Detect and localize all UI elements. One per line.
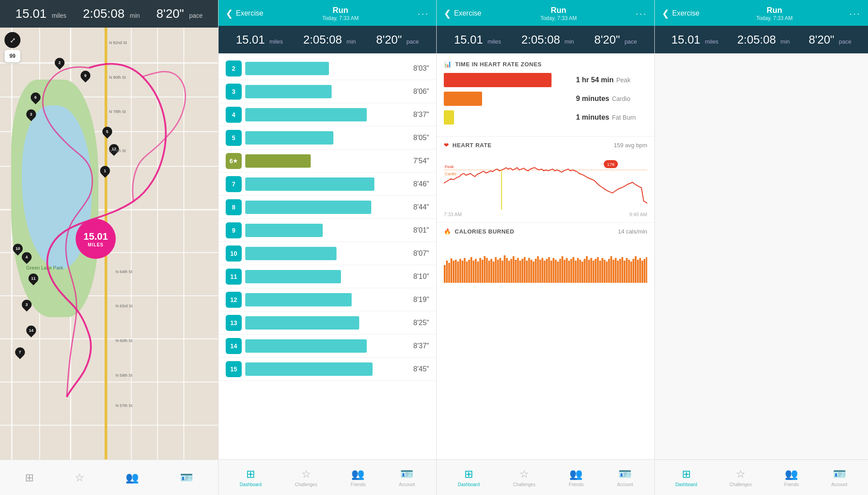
street-label-78th: N 78th St xyxy=(109,109,126,114)
hr-panel: ❮ Exercise Run Today, 7:33 AM ··· 15.01 … xyxy=(436,0,654,495)
hr-chart-section: ❤ HEART RATE 159 avg bpm Peak Cardio 178 xyxy=(437,137,654,223)
map-area[interactable]: Green Lake Park 9 2 6 3 5 12 1 10 4 11 3… xyxy=(0,28,218,459)
account-header-back[interactable]: ❮ Exercise xyxy=(662,8,699,19)
lap-number-8: 8 xyxy=(226,199,242,215)
nav-challenges-laps[interactable]: ☆ Challenges xyxy=(295,468,317,487)
svg-rect-6 xyxy=(444,265,446,283)
svg-rect-26 xyxy=(488,261,490,283)
svg-rect-8 xyxy=(448,263,450,283)
hr-time-stat: 2:05:08 min xyxy=(521,33,574,47)
nav-dashboard-map[interactable]: ⊞ xyxy=(25,471,34,484)
svg-rect-88 xyxy=(626,258,628,283)
hr-zones-title: 📊 TIME IN HEART RATE ZONES xyxy=(444,60,647,68)
svg-rect-34 xyxy=(506,258,508,283)
nav-challenges-hr[interactable]: ☆ Challenges xyxy=(513,468,535,487)
nav-friends-hr[interactable]: 👥 Friends xyxy=(569,468,584,487)
svg-rect-56 xyxy=(555,260,556,283)
expand-map-button[interactable]: ⤢ xyxy=(4,32,20,48)
svg-rect-14 xyxy=(462,261,463,283)
cal-section-header: 🔥 CALORIES BURNED 14 cals/min xyxy=(444,228,647,235)
lap-bar-wrap-6 xyxy=(245,154,397,168)
friends-icon-acct: 👥 xyxy=(785,468,798,480)
hr-avg-value: 159 avg bpm xyxy=(614,142,647,149)
svg-rect-44 xyxy=(528,258,530,283)
lap-bar-13 xyxy=(245,316,359,330)
nav-friends-laps[interactable]: 👥 Friends xyxy=(351,468,365,487)
nav-challenges-acct[interactable]: ☆ Challenges xyxy=(730,468,752,487)
lap-number-2: 2 xyxy=(226,60,242,76)
nav-friends-map[interactable]: 👥 xyxy=(126,471,139,484)
map-badge: 99 xyxy=(4,50,20,62)
lap-row-7: 78'46" xyxy=(219,173,436,196)
nav-account-map[interactable]: 🪪 xyxy=(180,471,193,484)
friends-icon: 👥 xyxy=(126,471,139,484)
svg-text:Peak: Peak xyxy=(445,165,454,169)
svg-rect-27 xyxy=(491,259,492,283)
svg-rect-92 xyxy=(635,256,637,283)
hr-header-more[interactable]: ··· xyxy=(636,8,647,19)
nav-dashboard-laps[interactable]: ⊞ Dashboard xyxy=(240,468,262,487)
laps-header-back[interactable]: ❮ Exercise xyxy=(226,8,263,19)
lap-row-12: 128'19" xyxy=(219,288,436,311)
street-label-82nd: N 82nd St xyxy=(109,40,127,45)
nav-challenges-map[interactable]: ☆ xyxy=(75,471,85,484)
nav-friends-acct[interactable]: 👥 Friends xyxy=(784,468,799,487)
nav-account-hr[interactable]: 🪪 Account xyxy=(617,468,633,487)
svg-rect-60 xyxy=(564,260,565,283)
account-header-more[interactable]: ··· xyxy=(849,8,861,19)
lap-bar-wrap-13 xyxy=(245,316,397,330)
back-arrow-icon-hr: ❮ xyxy=(444,8,451,19)
lap-pace-5: 8'05" xyxy=(402,134,429,142)
street-label-59th: N 59th St xyxy=(116,373,133,378)
svg-rect-13 xyxy=(459,259,461,283)
cardio-zone-row: 9 minutes Cardio xyxy=(444,92,647,106)
lap-bar-wrap-14 xyxy=(245,339,397,353)
back-arrow-icon: ❮ xyxy=(226,8,233,19)
lap-row-15: 158'45" xyxy=(219,358,436,381)
account-header: ❮ Exercise Run Today, 7:33 AM ··· xyxy=(655,0,868,26)
map-time-stat: 2:05:08 min xyxy=(83,8,140,20)
fatburn-bar-wrap xyxy=(444,110,571,125)
lap-row-5: 58'05" xyxy=(219,126,436,149)
lap-pace-7: 8'46" xyxy=(402,180,429,188)
zones-icon: 📊 xyxy=(444,60,452,68)
svg-rect-97 xyxy=(646,257,647,283)
svg-rect-79 xyxy=(606,262,608,283)
hr-header-title-block: Run Today, 7:33 AM xyxy=(540,6,577,21)
svg-rect-66 xyxy=(577,258,579,283)
nav-dashboard-acct[interactable]: ⊞ Dashboard xyxy=(675,468,697,487)
svg-rect-23 xyxy=(482,260,483,283)
lap-bar-7 xyxy=(245,177,374,191)
fatburn-zone-info: 1 minutes Fat Burn xyxy=(576,113,647,121)
map-pace-value: 8'20" pace xyxy=(156,8,203,20)
lap-pace-13: 8'25" xyxy=(402,319,429,327)
account-panel: ❮ Exercise Run Today, 7:33 AM ··· 15.01 … xyxy=(654,0,868,495)
svg-rect-22 xyxy=(479,258,481,283)
street-label-64th: N 64th St xyxy=(116,270,133,274)
dashboard-icon-laps: ⊞ xyxy=(246,468,255,480)
lap-pace-15: 8'45" xyxy=(402,365,429,373)
lap-number-15: 15 xyxy=(226,361,242,377)
svg-rect-55 xyxy=(552,258,554,283)
svg-rect-90 xyxy=(630,262,632,283)
laps-header-more[interactable]: ··· xyxy=(418,8,429,19)
hr-header: ❮ Exercise Run Today, 7:33 AM ··· xyxy=(437,0,654,26)
lap-bar-11 xyxy=(245,270,341,283)
nav-account-laps[interactable]: 🪪 Account xyxy=(399,468,415,487)
lap-bar-12 xyxy=(245,293,352,306)
lap-bar-wrap-7 xyxy=(245,177,397,191)
svg-rect-7 xyxy=(446,261,448,283)
hr-header-back[interactable]: ❮ Exercise xyxy=(444,8,481,19)
lap-pace-4: 8'37" xyxy=(402,111,429,119)
account-icon-hr: 🪪 xyxy=(618,468,632,480)
distance-badge: 15.01 MILES xyxy=(76,219,116,259)
svg-rect-91 xyxy=(633,259,634,283)
svg-rect-15 xyxy=(464,258,466,283)
nav-account-acct[interactable]: 🪪 Account xyxy=(831,468,848,487)
lap-bar-wrap-8 xyxy=(245,201,397,214)
lap-row-3: 38'06" xyxy=(219,80,436,103)
nav-dashboard-hr[interactable]: ⊞ Dashboard xyxy=(458,468,480,487)
svg-rect-62 xyxy=(568,261,570,283)
svg-text:Cardio: Cardio xyxy=(445,172,456,176)
hr-bottom-nav: ⊞ Dashboard ☆ Challenges 👥 Friends 🪪 Acc… xyxy=(437,459,654,495)
